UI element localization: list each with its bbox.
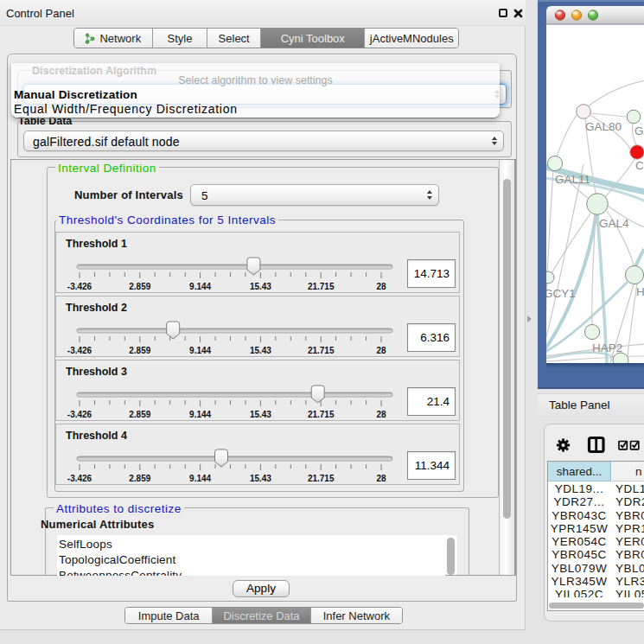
svg-text:21.715: 21.715 bbox=[308, 282, 335, 291]
svg-text:2.859: 2.859 bbox=[129, 410, 150, 419]
svg-text:28: 28 bbox=[376, 282, 386, 291]
svg-text:GAL4: GAL4 bbox=[599, 217, 629, 230]
svg-text:9.144: 9.144 bbox=[189, 346, 211, 355]
svg-text:21.715: 21.715 bbox=[308, 410, 335, 419]
svg-text:GA: GA bbox=[634, 124, 644, 137]
svg-text:28: 28 bbox=[376, 410, 386, 419]
svg-text:GAL11: GAL11 bbox=[555, 173, 590, 186]
svg-text:H: H bbox=[636, 285, 644, 298]
svg-text:15.43: 15.43 bbox=[250, 346, 271, 355]
svg-text:-3.426: -3.426 bbox=[67, 410, 92, 419]
svg-text:15.43: 15.43 bbox=[250, 474, 271, 483]
svg-text:2.859: 2.859 bbox=[129, 346, 150, 355]
svg-text:C: C bbox=[635, 159, 644, 172]
svg-text:2.859: 2.859 bbox=[129, 474, 150, 483]
svg-text:GAL80: GAL80 bbox=[585, 120, 622, 133]
svg-text:28: 28 bbox=[376, 474, 386, 483]
svg-text:-3.426: -3.426 bbox=[67, 474, 92, 483]
svg-text:9.144: 9.144 bbox=[189, 410, 211, 419]
svg-text:15.43: 15.43 bbox=[250, 410, 271, 419]
svg-text:-3.426: -3.426 bbox=[67, 282, 92, 291]
svg-text:21.715: 21.715 bbox=[308, 346, 335, 355]
svg-text:15.43: 15.43 bbox=[250, 282, 271, 291]
svg-text:GCY1: GCY1 bbox=[544, 287, 576, 300]
svg-text:-3.426: -3.426 bbox=[67, 346, 92, 355]
svg-text:21.715: 21.715 bbox=[308, 474, 335, 483]
svg-text:28: 28 bbox=[376, 346, 386, 355]
svg-text:9.144: 9.144 bbox=[189, 474, 211, 483]
svg-text:HAP2: HAP2 bbox=[592, 341, 622, 354]
svg-text:2.859: 2.859 bbox=[129, 282, 150, 291]
svg-text:9.144: 9.144 bbox=[189, 282, 211, 291]
